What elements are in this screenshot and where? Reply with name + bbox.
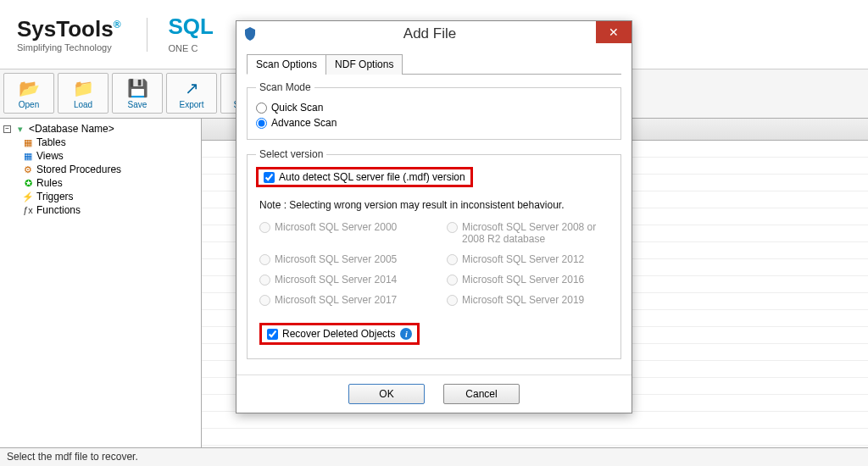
version-label: Microsoft SQL Server 2008 or 2008 R2 dat… xyxy=(462,221,609,245)
tab-ndf-options[interactable]: NDF Options xyxy=(326,54,403,75)
minus-icon[interactable]: − xyxy=(3,125,11,133)
status-bar: Select the mdf file to recover. xyxy=(0,447,868,466)
dialog-title: Add File xyxy=(262,25,632,42)
version-option-2019[interactable]: Microsoft SQL Server 2019 xyxy=(447,294,609,306)
version-option-2005[interactable]: Microsoft SQL Server 2005 xyxy=(259,253,421,265)
dialog-buttons: OK Cancel xyxy=(236,374,632,413)
version-radio xyxy=(447,254,458,265)
advance-scan-label: Advance Scan xyxy=(271,117,337,129)
version-radio xyxy=(259,295,270,306)
version-radio xyxy=(259,254,270,265)
tree-item-label: Views xyxy=(36,150,64,162)
quick-scan-radio[interactable] xyxy=(256,103,267,114)
recover-deleted-checkbox[interactable] xyxy=(267,329,278,340)
version-grid: Microsoft SQL Server 2000 Microsoft SQL … xyxy=(256,221,612,306)
quick-scan-label: Quick Scan xyxy=(271,102,323,114)
scan-mode-legend: Scan Mode xyxy=(256,81,314,93)
version-radio xyxy=(447,222,458,233)
load-button[interactable]: 📁 Load xyxy=(58,73,108,114)
version-label: Microsoft SQL Server 2019 xyxy=(462,294,584,306)
close-button[interactable]: ✕ xyxy=(596,21,632,43)
shield-icon xyxy=(243,27,257,41)
advance-scan-option[interactable]: Advance Scan xyxy=(256,115,612,130)
auto-detect-highlight: Auto detect SQL server file (.mdf) versi… xyxy=(256,167,473,187)
version-option-2012[interactable]: Microsoft SQL Server 2012 xyxy=(447,253,609,265)
tree-item-views[interactable]: ▦Views xyxy=(3,149,198,163)
folder-icon: 📁 xyxy=(73,78,94,98)
recover-highlight: Recover Deleted Objects i xyxy=(259,323,420,345)
folder-open-icon: 📂 xyxy=(19,78,40,98)
version-option-2000[interactable]: Microsoft SQL Server 2000 xyxy=(259,221,421,245)
status-text: Select the mdf file to recover. xyxy=(7,451,138,463)
version-label: Microsoft SQL Server 2005 xyxy=(275,253,397,265)
load-label: Load xyxy=(74,100,92,109)
tree-panel: − ▾ <Database Name> ▦Tables ▦Views ⚙Stor… xyxy=(0,119,202,447)
tab-scan-options[interactable]: Scan Options xyxy=(247,54,326,75)
scan-mode-group: Scan Mode Quick Scan Advance Scan xyxy=(247,81,621,140)
version-option-2008[interactable]: Microsoft SQL Server 2008 or 2008 R2 dat… xyxy=(447,221,609,245)
tree-item-triggers[interactable]: ⚡Triggers xyxy=(3,190,198,203)
version-label: Microsoft SQL Server 2012 xyxy=(462,253,584,265)
version-radio xyxy=(259,275,270,286)
recover-deleted-label: Recover Deleted Objects xyxy=(282,328,395,340)
auto-detect-option[interactable]: Auto detect SQL server file (.mdf) versi… xyxy=(264,171,465,183)
quick-scan-option[interactable]: Quick Scan xyxy=(256,100,612,115)
version-radio xyxy=(447,295,458,306)
auto-detect-label: Auto detect SQL server file (.mdf) versi… xyxy=(279,171,465,183)
functions-icon: ƒx xyxy=(22,205,34,215)
save-button[interactable]: 💾 Save xyxy=(112,73,163,114)
brand-tagline: Simplifying Technology xyxy=(17,42,121,53)
info-icon[interactable]: i xyxy=(400,328,412,340)
ok-button[interactable]: OK xyxy=(348,384,425,404)
cancel-button[interactable]: Cancel xyxy=(443,384,520,404)
version-radio xyxy=(259,222,270,233)
add-file-dialog: Add File ✕ Scan Options NDF Options Scan… xyxy=(236,20,632,413)
select-version-legend: Select version xyxy=(256,148,326,160)
save-icon: 💾 xyxy=(127,78,148,98)
version-option-2016[interactable]: Microsoft SQL Server 2016 xyxy=(447,274,609,286)
version-label: Microsoft SQL Server 2016 xyxy=(462,274,584,286)
advance-scan-radio[interactable] xyxy=(256,118,267,129)
triggers-icon: ⚡ xyxy=(22,191,34,202)
rules-icon: ✪ xyxy=(22,178,34,188)
auto-detect-checkbox[interactable] xyxy=(264,172,275,183)
tree-item-label: Rules xyxy=(36,177,63,189)
tree-item-functions[interactable]: ƒxFunctions xyxy=(3,203,198,217)
dialog-titlebar[interactable]: Add File ✕ xyxy=(236,21,632,47)
version-option-2014[interactable]: Microsoft SQL Server 2014 xyxy=(259,274,421,286)
database-icon: ▾ xyxy=(14,124,26,134)
tab-strip: Scan Options NDF Options xyxy=(247,53,621,75)
brand-name: SysTools xyxy=(17,16,114,42)
brand-logo: SysTools® Simplifying Technology xyxy=(17,16,121,53)
tree-item-label: Triggers xyxy=(36,191,74,202)
tree-item-procedures[interactable]: ⚙Stored Procedures xyxy=(3,163,198,176)
tree-item-tables[interactable]: ▦Tables xyxy=(3,136,198,149)
registered-icon: ® xyxy=(114,19,121,31)
export-button[interactable]: ↗ Export xyxy=(166,73,217,114)
views-icon: ▦ xyxy=(22,151,34,161)
select-version-group: Select version Auto detect SQL server fi… xyxy=(247,148,621,359)
tree-root[interactable]: − ▾ <Database Name> xyxy=(3,122,198,136)
tree-root-label: <Database Name> xyxy=(29,123,114,135)
dialog-body: Scan Options NDF Options Scan Mode Quick… xyxy=(236,47,632,374)
table-icon: ▦ xyxy=(22,137,34,147)
export-icon: ↗ xyxy=(185,78,199,98)
tree-item-label: Functions xyxy=(36,204,81,216)
version-note: Note : Selecting wrong version may resul… xyxy=(259,199,609,211)
close-icon: ✕ xyxy=(609,25,619,39)
version-label: Microsoft SQL Server 2000 xyxy=(275,221,397,233)
export-label: Export xyxy=(180,100,204,109)
tree-item-rules[interactable]: ✪Rules xyxy=(3,176,198,190)
open-button[interactable]: 📂 Open xyxy=(3,73,54,114)
product-block: SQL ONE C xyxy=(169,14,214,55)
version-radio xyxy=(447,275,458,286)
product-subtitle: ONE C xyxy=(169,43,198,53)
procedures-icon: ⚙ xyxy=(22,164,34,175)
separator xyxy=(147,18,147,52)
recover-deleted-option[interactable]: Recover Deleted Objects i xyxy=(267,328,412,340)
product-name: SQL xyxy=(169,14,214,40)
version-option-2017[interactable]: Microsoft SQL Server 2017 xyxy=(259,294,421,306)
tree-item-label: Stored Procedures xyxy=(36,164,121,175)
open-label: Open xyxy=(19,100,39,109)
save-label: Save xyxy=(128,100,147,109)
